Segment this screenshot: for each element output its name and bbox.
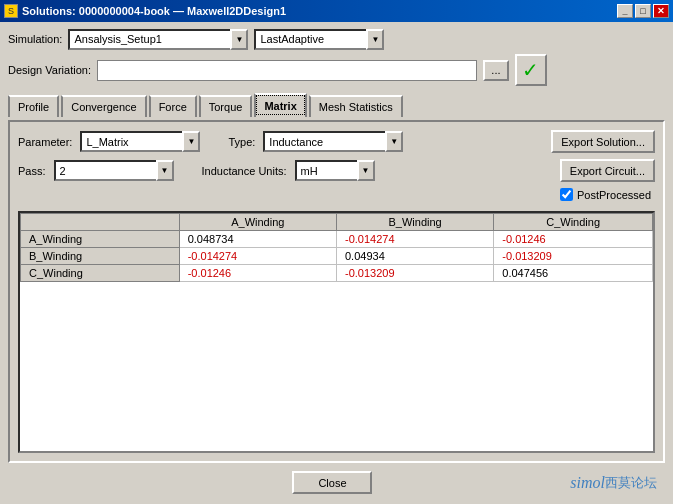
matrix-cell-0-2: -0.01246 [494, 231, 653, 248]
type-wrapper: Inductance ▼ [263, 131, 403, 152]
matrix-cell-0-0: 0.048734 [179, 231, 336, 248]
matrix-table: A_Winding B_Winding C_Winding A_Winding0… [20, 213, 653, 282]
pass-units-row: Pass: 2 ▼ Inductance Units: mH ▼ Export … [18, 159, 655, 182]
parameter-wrapper: L_Matrix ▼ [80, 131, 200, 152]
matrix-cell-2-1: -0.013209 [336, 265, 493, 282]
brand-simol: simol [570, 474, 605, 492]
matrix-row-header-1: B_Winding [21, 248, 180, 265]
postprocessed-checkbox[interactable] [560, 188, 573, 201]
check-button[interactable]: ✓ [515, 54, 547, 86]
type-label: Type: [228, 136, 255, 148]
tab-profile[interactable]: Profile [8, 95, 59, 117]
matrix-row-header-2: C_Winding [21, 265, 180, 282]
inductance-units-select[interactable]: mH [295, 160, 375, 181]
inductance-units-wrapper: mH ▼ [295, 160, 375, 181]
matrix-cell-1-0: -0.014274 [179, 248, 336, 265]
close-dialog-button[interactable]: Close [292, 471, 372, 494]
parameter-label: Parameter: [18, 136, 72, 148]
matrix-tab-panel: Parameter: L_Matrix ▼ Type: Inductance ▼… [8, 120, 665, 463]
simulation-adaptive-wrapper: LastAdaptive ▼ [254, 29, 384, 50]
postprocessed-label: PostProcessed [577, 189, 651, 201]
window-body: Simulation: Ansalysis_Setup1 ▼ LastAdapt… [0, 22, 673, 504]
matrix-area: A_Winding B_Winding C_Winding A_Winding0… [18, 211, 655, 453]
matrix-cell-2-0: -0.01246 [179, 265, 336, 282]
pass-label: Pass: [18, 165, 46, 177]
type-select[interactable]: Inductance [263, 131, 403, 152]
close-button[interactable]: ✕ [653, 4, 669, 18]
matrix-row: A_Winding0.048734-0.014274-0.01246 [21, 231, 653, 248]
matrix-col-header-1: B_Winding [336, 214, 493, 231]
title-text: Solutions: 0000000004-book — Maxwell2DDe… [22, 5, 617, 17]
tabs-container: Profile Convergence Force Torque Matrix … [8, 92, 665, 116]
simulation-row: Simulation: Ansalysis_Setup1 ▼ LastAdapt… [8, 28, 665, 50]
design-variation-browse-button[interactable]: ... [483, 60, 509, 81]
export-solution-button[interactable]: Export Solution... [551, 130, 655, 153]
matrix-cell-1-1: 0.04934 [336, 248, 493, 265]
simulation-setup-select[interactable]: Ansalysis_Setup1 [68, 29, 248, 50]
design-variation-input[interactable] [97, 60, 477, 81]
tab-convergence[interactable]: Convergence [61, 95, 146, 117]
matrix-cell-1-2: -0.013209 [494, 248, 653, 265]
window-controls: _ □ ✕ [617, 4, 669, 18]
maximize-button[interactable]: □ [635, 4, 651, 18]
bottom-bar: Close simol 西莫论坛 [8, 467, 665, 498]
matrix-col-header-0: A_Winding [179, 214, 336, 231]
tab-mesh-statistics[interactable]: Mesh Statistics [309, 95, 403, 117]
param-type-row: Parameter: L_Matrix ▼ Type: Inductance ▼… [18, 130, 655, 153]
simulation-adaptive-select[interactable]: LastAdaptive [254, 29, 384, 50]
parameter-select[interactable]: L_Matrix [80, 131, 200, 152]
minimize-button[interactable]: _ [617, 4, 633, 18]
window-icon: S [4, 4, 18, 18]
matrix-cell-2-2: 0.047456 [494, 265, 653, 282]
brand-cn: 西莫论坛 [605, 474, 657, 492]
matrix-row-header-0: A_Winding [21, 231, 180, 248]
tab-torque[interactable]: Torque [199, 95, 253, 117]
design-variation-row: Design Variation: ... ✓ [8, 54, 665, 86]
matrix-cell-0-1: -0.014274 [336, 231, 493, 248]
postprocessed-row: PostProcessed [18, 188, 655, 201]
export-circuit-button[interactable]: Export Circuit... [560, 159, 655, 182]
pass-select[interactable]: 2 [54, 160, 174, 181]
tab-force[interactable]: Force [149, 95, 197, 117]
pass-wrapper: 2 ▼ [54, 160, 174, 181]
matrix-corner-header [21, 214, 180, 231]
matrix-col-header-2: C_Winding [494, 214, 653, 231]
close-button-container: Close [224, 471, 440, 494]
design-variation-label: Design Variation: [8, 64, 91, 76]
tab-matrix[interactable]: Matrix [254, 93, 306, 117]
inductance-units-label: Inductance Units: [202, 165, 287, 177]
simulation-setup-wrapper: Ansalysis_Setup1 ▼ [68, 29, 248, 50]
matrix-row: C_Winding-0.01246-0.0132090.047456 [21, 265, 653, 282]
matrix-row: B_Winding-0.0142740.04934-0.013209 [21, 248, 653, 265]
title-bar: S Solutions: 0000000004-book — Maxwell2D… [0, 0, 673, 22]
simulation-label: Simulation: [8, 33, 62, 45]
